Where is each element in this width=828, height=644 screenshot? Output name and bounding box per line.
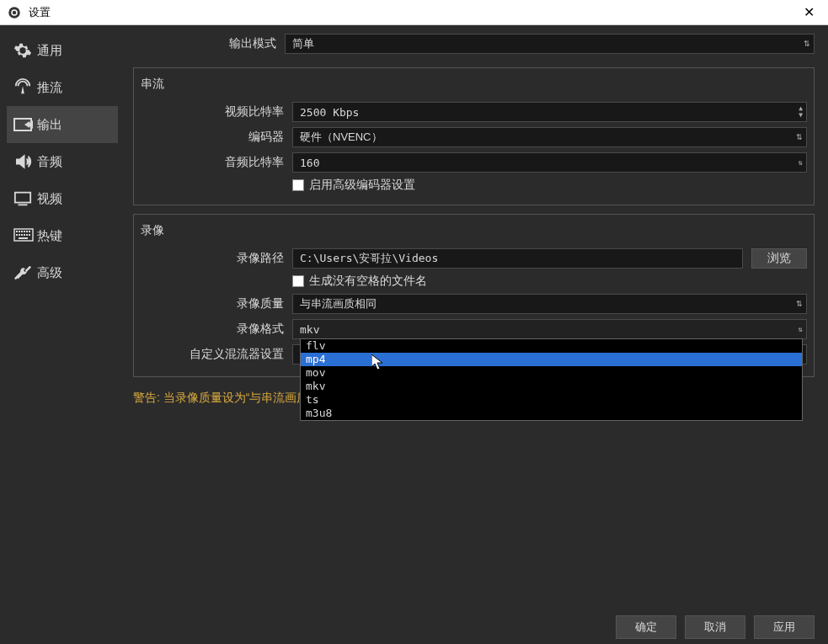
gear-icon xyxy=(13,40,37,61)
encoder-label: 编码器 xyxy=(141,130,292,145)
video-bitrate-row: 视频比特率 2500 Kbps ▲▼ xyxy=(141,102,807,122)
chevron-updown-icon: ⇅ xyxy=(796,134,803,141)
app-icon xyxy=(7,5,22,20)
format-option-mkv[interactable]: mkv xyxy=(301,380,802,393)
recording-quality-value: 与串流画质相同 xyxy=(300,296,377,311)
recording-quality-label: 录像质量 xyxy=(141,296,292,311)
chevron-updown-icon: ⇅ xyxy=(799,326,803,333)
recording-format-row: 录像格式 mkv ⇅ flv mp4 mov mkv ts m3u8 xyxy=(141,319,807,339)
window-title: 设置 xyxy=(29,5,796,20)
titlebar: 设置 ✕ xyxy=(0,0,828,25)
no-space-label: 生成没有空格的文件名 xyxy=(309,274,427,289)
chevron-updown-icon: ⇅ xyxy=(796,301,803,308)
recording-quality-select[interactable]: 与串流画质相同 ⇅ xyxy=(292,294,807,314)
recording-path-label: 录像路径 xyxy=(141,251,292,266)
advanced-encoder-checkbox[interactable] xyxy=(292,179,304,191)
recording-format-dropdown: flv mp4 mov mkv ts m3u8 xyxy=(300,338,803,421)
sidebar-item-stream[interactable]: 推流 xyxy=(7,69,118,106)
encoder-select[interactable]: 硬件（NVENC） ⇅ xyxy=(292,127,807,147)
encoder-value: 硬件（NVENC） xyxy=(300,130,382,145)
muxer-label: 自定义混流器设置 xyxy=(141,347,292,362)
no-space-row: 生成没有空格的文件名 xyxy=(141,274,807,289)
svg-rect-14 xyxy=(19,234,20,236)
advanced-encoder-label: 启用高级编码器设置 xyxy=(309,178,415,193)
sidebar-item-advanced[interactable]: 高级 xyxy=(7,254,118,291)
sidebar: 通用 推流 输出 音频 xyxy=(0,25,125,610)
cancel-button[interactable]: 取消 xyxy=(685,615,745,639)
svg-rect-4 xyxy=(15,193,30,203)
monitor-icon xyxy=(13,189,37,209)
recording-group: 录像 录像路径 C:\Users\安哥拉\Videos 浏览 xyxy=(133,214,815,377)
format-option-ts[interactable]: ts xyxy=(301,393,802,407)
svg-rect-17 xyxy=(26,234,28,236)
format-option-flv[interactable]: flv xyxy=(301,339,802,353)
close-button[interactable]: ✕ xyxy=(796,4,821,20)
video-bitrate-spinbox[interactable]: 2500 Kbps ▲▼ xyxy=(292,102,807,122)
recording-format-value: mkv xyxy=(300,323,319,336)
recording-path-input[interactable]: C:\Users\安哥拉\Videos xyxy=(292,248,743,269)
recording-format-label: 录像格式 xyxy=(141,322,292,337)
broadcast-icon xyxy=(13,77,37,98)
main-area: 通用 推流 输出 音频 xyxy=(0,25,828,610)
advanced-encoder-row: 启用高级编码器设置 xyxy=(141,178,807,193)
tools-icon xyxy=(13,263,37,283)
sidebar-item-label: 推流 xyxy=(37,80,62,96)
settings-window: 设置 ✕ 通用 推流 输出 xyxy=(0,0,828,644)
stream-group-title: 串流 xyxy=(141,75,807,93)
output-mode-row: 输出模式 简单 ⇅ xyxy=(133,34,815,54)
sidebar-item-video[interactable]: 视频 xyxy=(7,180,118,217)
sidebar-item-label: 通用 xyxy=(37,43,62,59)
recording-path-value: C:\Users\安哥拉\Videos xyxy=(300,251,438,266)
svg-rect-19 xyxy=(19,237,28,239)
recording-format-select[interactable]: mkv ⇅ xyxy=(292,319,807,339)
svg-rect-11 xyxy=(26,231,28,232)
sidebar-item-label: 输出 xyxy=(37,117,62,133)
footer: 确定 取消 应用 xyxy=(0,610,828,644)
output-icon xyxy=(13,114,37,135)
svg-rect-13 xyxy=(16,234,18,236)
speaker-icon xyxy=(13,152,37,172)
svg-rect-16 xyxy=(24,234,25,236)
audio-bitrate-label: 音频比特率 xyxy=(141,155,292,170)
output-mode-value: 简单 xyxy=(292,36,314,51)
no-space-checkbox[interactable] xyxy=(292,275,304,287)
svg-point-2 xyxy=(13,10,17,14)
sidebar-item-audio[interactable]: 音频 xyxy=(7,143,118,180)
encoder-row: 编码器 硬件（NVENC） ⇅ xyxy=(141,127,807,147)
recording-quality-row: 录像质量 与串流画质相同 ⇅ xyxy=(141,294,807,314)
svg-rect-9 xyxy=(21,231,23,232)
svg-rect-10 xyxy=(24,231,25,232)
keyboard-icon xyxy=(13,226,37,246)
browse-button[interactable]: 浏览 xyxy=(751,248,807,269)
audio-bitrate-value: 160 xyxy=(300,157,319,169)
recording-group-title: 录像 xyxy=(141,221,807,240)
recording-path-row: 录像路径 C:\Users\安哥拉\Videos 浏览 xyxy=(141,248,807,269)
chevron-updown-icon: ⇅ xyxy=(799,159,803,167)
apply-button[interactable]: 应用 xyxy=(754,615,815,639)
video-bitrate-value: 2500 Kbps xyxy=(300,106,359,119)
audio-bitrate-row: 音频比特率 160 ⇅ xyxy=(141,152,807,173)
format-option-m3u8[interactable]: m3u8 xyxy=(301,407,802,420)
format-option-mp4[interactable]: mp4 xyxy=(301,353,802,366)
sidebar-item-label: 音频 xyxy=(37,154,62,170)
output-mode-select[interactable]: 简单 ⇅ xyxy=(285,34,815,54)
sidebar-item-hotkeys[interactable]: 热键 xyxy=(7,217,118,254)
audio-bitrate-select[interactable]: 160 ⇅ xyxy=(292,152,807,173)
ok-button[interactable]: 确定 xyxy=(616,615,676,639)
sidebar-item-label: 高级 xyxy=(37,265,62,281)
format-option-mov[interactable]: mov xyxy=(301,366,802,380)
stream-group: 串流 视频比特率 2500 Kbps ▲▼ 编码器 硬件（NVENC） xyxy=(133,67,815,205)
sidebar-item-label: 热键 xyxy=(37,228,62,244)
svg-rect-15 xyxy=(21,234,23,236)
video-bitrate-label: 视频比特率 xyxy=(141,104,292,120)
svg-rect-7 xyxy=(16,231,18,232)
chevron-updown-icon: ⇅ xyxy=(804,40,810,48)
sidebar-item-general[interactable]: 通用 xyxy=(7,32,118,69)
spinner-arrows-icon[interactable]: ▲▼ xyxy=(799,105,803,119)
content-panel: 输出模式 简单 ⇅ 串流 视频比特率 2500 Kbps ▲▼ xyxy=(125,25,828,610)
sidebar-item-output[interactable]: 输出 xyxy=(7,106,118,143)
svg-rect-18 xyxy=(29,234,30,236)
output-mode-label: 输出模式 xyxy=(133,36,285,51)
svg-rect-8 xyxy=(19,231,20,232)
svg-rect-12 xyxy=(29,231,30,232)
